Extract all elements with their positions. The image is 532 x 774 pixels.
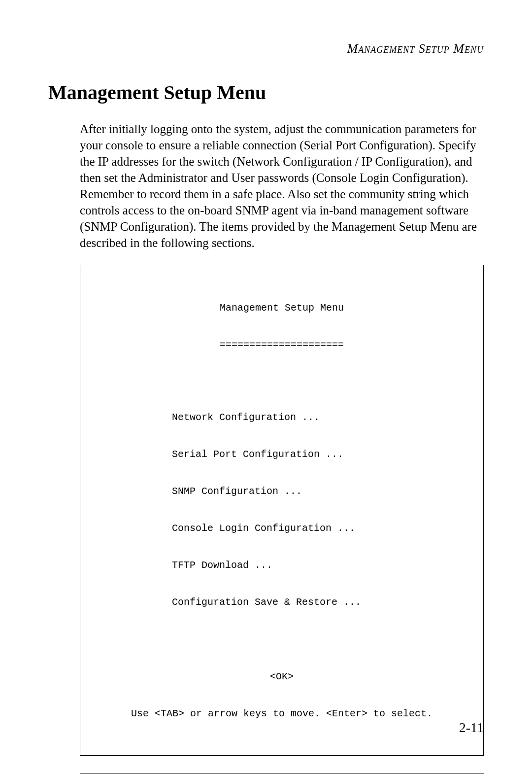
document-page: Management Setup Menu Management Setup M… [0,0,532,774]
terminal-ok: <OK> [90,670,473,683]
section-heading: Management Setup Menu [48,81,484,104]
terminal-item: Configuration Save & Restore ... [172,596,473,608]
terminal-screenshot: Management Setup Menu ==================… [80,265,484,756]
terminal-title: Management Setup Menu [90,302,473,314]
terminal-item: SNMP Configuration ... [172,485,473,497]
terminal-item: Serial Port Configuration ... [172,448,473,460]
terminal-hint: Use <TAB> or arrow keys to move. <Enter>… [90,707,473,720]
terminal-item: TFTP Download ... [172,559,473,571]
terminal-menu-items: Network Configuration ... Serial Port Co… [90,387,473,633]
terminal-item: Network Configuration ... [172,411,473,423]
terminal-divider: ===================== [90,339,473,351]
intro-paragraph: After initially logging onto the system,… [80,121,484,251]
page-number: 2-11 [459,720,484,736]
running-head: Management Setup Menu [48,41,484,56]
terminal-item: Console Login Configuration ... [172,522,473,534]
